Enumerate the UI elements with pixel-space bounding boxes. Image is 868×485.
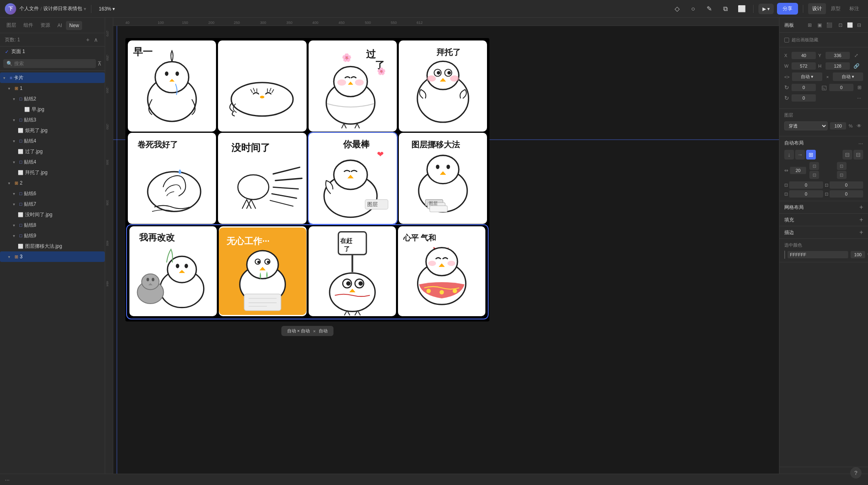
align-distribute[interactable]: ⊟ — [843, 150, 852, 160]
x-input[interactable] — [792, 52, 816, 59]
layer-img-zao[interactable]: ⬜ 早.jpg — [0, 104, 105, 115]
row3-selection[interactable]: 我再改改 — [127, 225, 488, 319]
sticker-juansi[interactable]: 卷死我好了 — [128, 133, 216, 224]
circle-icon[interactable]: ○ — [687, 2, 700, 15]
layer-sticker8[interactable]: ▾ □ 贴纸8 — [0, 220, 105, 230]
search-input[interactable] — [14, 61, 93, 66]
fill-add-button[interactable]: + — [860, 216, 863, 223]
expand-icon[interactable]: ⊞ — [856, 83, 863, 91]
blend-mode-select[interactable]: 穿透 正常 — [784, 121, 828, 130]
layer-card[interactable]: ▾ ≡ 卡片 — [0, 72, 105, 83]
visibility-icon[interactable]: 👁 — [855, 122, 863, 130]
layer-sticker4a[interactable]: ▾ □ 贴纸4 — [0, 136, 105, 146]
stroke-add-button[interactable]: + — [860, 229, 863, 236]
y-input[interactable] — [826, 52, 850, 59]
auto-dropdown-2[interactable]: 自动 ▾ — [833, 72, 863, 81]
sticker-zai-gaigai[interactable]: 我再改改 — [129, 226, 217, 316]
sticker-zaigangle[interactable]: 在赶 了 — [309, 226, 396, 316]
share-button[interactable]: 分享 — [777, 3, 798, 15]
sticker-zao[interactable]: 早一 — [128, 40, 216, 132]
canvas-area[interactable]: 40 100 150 200 250 300 350 400 450 500 5… — [105, 18, 779, 474]
mode-prototype[interactable]: 原型 — [827, 3, 845, 14]
layer-img-ceng[interactable]: ⬜ 图层挪移大法.jpg — [0, 241, 105, 251]
padding-top-input[interactable] — [789, 181, 823, 189]
zoom-control[interactable]: 163% ▾ — [96, 5, 117, 13]
sticker-wuxin[interactable]: 无心工作··· — [219, 226, 306, 316]
frame-add-button[interactable]: ⊞ — [806, 21, 814, 29]
layer-img-fan[interactable]: ⬜ 烦死了.jpg — [0, 125, 105, 136]
sticker-xinpingqihe[interactable]: 心平 气和 — [398, 226, 485, 316]
align-btn-1[interactable]: ⊡ — [809, 162, 819, 170]
sticker-sleep[interactable] — [218, 40, 306, 132]
bottom-more-icon[interactable]: ··· — [5, 476, 10, 483]
align-btn-2[interactable]: ⊡ — [837, 162, 847, 170]
align-btn-4[interactable]: ⊡ — [837, 171, 847, 179]
padding-right-input[interactable] — [830, 181, 864, 189]
dir-right-button[interactable]: → — [795, 150, 805, 160]
overflow-checkbox[interactable] — [784, 38, 789, 43]
auto-dropdown-1[interactable]: 自动 ▾ — [792, 72, 822, 81]
layer-group-2[interactable]: ▾ ⊞ 2 — [0, 178, 105, 188]
frame-icon-button[interactable]: ▣ — [815, 21, 824, 29]
rotation-input[interactable] — [792, 84, 816, 91]
resize-icon[interactable]: ⤢ — [852, 51, 860, 60]
tab-assets[interactable]: 资源 — [37, 20, 53, 30]
snap-icon[interactable]: ◇ — [671, 2, 684, 15]
layer-img-mei[interactable]: ⬜ 没时间了.jpg — [0, 209, 105, 220]
mode-annotate[interactable]: 标注 — [845, 3, 863, 14]
padding-left-input[interactable] — [830, 190, 864, 198]
grid-add-button[interactable]: + — [860, 204, 863, 211]
rotation2-input[interactable] — [792, 94, 816, 102]
sticker-baituo[interactable]: 拜托了 — [399, 40, 487, 132]
panel-icon-4[interactable]: ⊡ — [836, 21, 845, 29]
tab-ai[interactable]: AI — [54, 21, 65, 30]
color-swatch[interactable] — [784, 251, 785, 259]
layers-icon[interactable]: ⧉ — [719, 2, 732, 15]
corner-input[interactable] — [829, 84, 853, 91]
layer-sticker3[interactable]: ▾ □ 贴纸3 — [0, 115, 105, 125]
sticker-tuoceng[interactable]: 图层挪移大法 — [399, 133, 487, 224]
tab-layers[interactable]: 图层 — [3, 20, 19, 30]
layer-sticker2[interactable]: ▾ □ 贴纸2 — [0, 94, 105, 104]
tab-components[interactable]: 组件 — [20, 20, 36, 30]
mode-design[interactable]: 设计 — [808, 3, 826, 14]
auto-layout-more[interactable]: ··· — [858, 140, 863, 147]
align-btn-3[interactable]: ⊡ — [809, 171, 819, 179]
page-item[interactable]: ✓ 页面 1 — [0, 47, 105, 57]
dir-grid-button[interactable]: ⊞ — [806, 150, 816, 160]
add-page-button[interactable]: + — [84, 36, 92, 44]
dir-down-button[interactable]: ↓ — [784, 150, 794, 160]
layer-sticker6[interactable]: ▾ □ 贴纸6 — [0, 188, 105, 199]
tab-new[interactable]: New — [66, 21, 82, 30]
auto-tooltip-close[interactable]: × — [313, 329, 315, 334]
sticker-meishijian[interactable]: 没时间了 — [218, 133, 306, 224]
layer-img-guo[interactable]: ⬜ 过了.jpg — [0, 146, 105, 157]
collapse-layers-button[interactable]: ⊼ — [97, 60, 102, 67]
opacity-input[interactable] — [830, 122, 846, 130]
help-button[interactable]: ? — [850, 467, 862, 474]
w-input[interactable] — [792, 62, 816, 70]
color-opacity-input[interactable] — [851, 251, 865, 258]
padding-bottom-input[interactable] — [789, 190, 823, 198]
layer-sticker4b[interactable]: ▾ □ 贴纸4 — [0, 157, 105, 167]
h-input[interactable] — [826, 62, 850, 70]
layer-group-1[interactable]: ▾ ⊞ 1 — [0, 83, 105, 94]
design-board[interactable]: 早一 — [125, 38, 489, 321]
preview-icon[interactable]: ⬜ — [735, 2, 748, 15]
sticker-nizuibang[interactable]: 你最棒 ❤ — [309, 133, 397, 224]
options-icon[interactable]: ··· — [855, 94, 863, 102]
sticker-guole[interactable]: 过 了 🌸 🌸 — [309, 40, 397, 132]
color-hex-input[interactable] — [788, 251, 848, 258]
layer-img-bai[interactable]: ⬜ 拜托了.jpg — [0, 167, 105, 178]
layer-sticker9[interactable]: ▾ □ 贴纸9 — [0, 230, 105, 241]
lock-ratio-icon[interactable]: 🔗 — [852, 62, 860, 70]
panel-icon-5[interactable]: ⬜ — [846, 21, 854, 29]
layer-sticker7[interactable]: ▾ □ 贴纸7 — [0, 199, 105, 209]
panel-icon-6[interactable]: ⊟ — [855, 21, 863, 29]
align-distribute2[interactable]: ⊟ — [853, 150, 863, 160]
layer-group-3[interactable]: ▾ ⊞ 3 — [0, 251, 105, 262]
edit-icon[interactable]: ✎ — [703, 2, 716, 15]
play-button[interactable]: ▶ ▾ — [758, 4, 774, 14]
spacing-h-input[interactable] — [790, 167, 806, 174]
collapse-pages-button[interactable]: ∧ — [92, 36, 100, 44]
